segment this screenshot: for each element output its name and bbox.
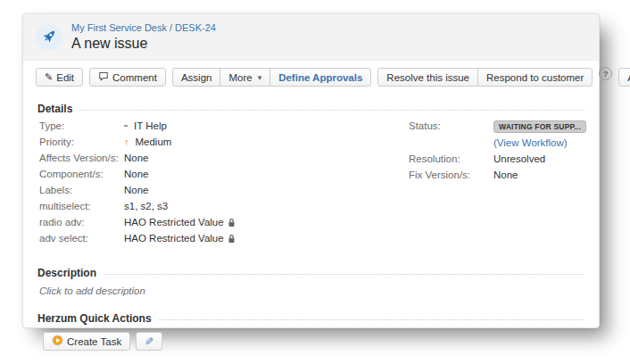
details-right-column: Status: WAITING FOR SUPP... (View Workfl… xyxy=(407,120,586,249)
header-text: My First Service Desk/DESK-24 A new issu… xyxy=(71,22,216,54)
issue-title: A new issue xyxy=(71,35,216,53)
resolve-issue-label: Resolve this issue xyxy=(386,72,469,83)
field-value: IT Help xyxy=(124,120,167,131)
rocket-icon xyxy=(41,28,58,48)
quick-actions-heading: Herzum Quick Actions xyxy=(37,312,152,325)
field-label: radio adv: xyxy=(37,217,124,228)
field-value: HAO Restricted Value xyxy=(124,217,236,228)
lock-icon xyxy=(228,234,236,244)
description-placeholder[interactable]: Click to add description xyxy=(39,285,584,296)
field-row-adv-select: adv select: HAO Restricted Value xyxy=(37,233,407,244)
field-label: Priority: xyxy=(37,136,124,147)
field-row-type: Type: IT Help xyxy=(37,120,407,132)
quick-actions-buttons: Create Task ✎ xyxy=(43,332,584,351)
details-heading: Details xyxy=(37,103,72,115)
workflow-button-group: Assign More ▾ Define Approvals xyxy=(172,68,371,87)
field-row-components: Component/s: None xyxy=(37,169,407,180)
issue-header: My First Service Desk/DESK-24 A new issu… xyxy=(23,14,599,61)
chevron-down-icon: ▾ xyxy=(258,73,262,82)
resolution-value: Unresolved xyxy=(493,153,545,164)
details-section-header: Details xyxy=(37,103,584,115)
field-label: multiselect: xyxy=(37,201,124,211)
type-value: IT Help xyxy=(134,120,167,131)
toolbar: ✎ Edit Comment Assign More ▾ Define Appr… xyxy=(23,61,599,92)
respond-to-customer-label: Respond to customer xyxy=(486,72,584,83)
breadcrumb-project-link[interactable]: My First Service Desk xyxy=(71,22,167,33)
more-dropdown-button[interactable]: More ▾ xyxy=(220,68,270,87)
radio-adv-value: HAO Restricted Value xyxy=(124,217,224,228)
field-label: Type: xyxy=(37,120,124,131)
define-approvals-label: Define Approvals xyxy=(278,72,362,83)
issue-content: Details Type: IT Help Priority: ↑ Medium xyxy=(23,92,599,351)
field-label: Fix Version/s: xyxy=(407,170,493,180)
comment-bubble-icon xyxy=(98,71,109,84)
section-divider xyxy=(159,319,584,320)
breadcrumb: My First Service Desk/DESK-24 xyxy=(71,22,216,35)
field-row-fix-versions: Fix Version/s: None xyxy=(407,170,586,181)
field-label: Status: xyxy=(407,120,493,131)
field-label: Resolution: xyxy=(407,153,493,164)
field-label: Affects Version/s: xyxy=(37,153,124,163)
section-divider xyxy=(79,110,584,111)
admin-dropdown-button[interactable]: Admin ▾ xyxy=(618,68,630,87)
description-heading: Description xyxy=(37,267,96,279)
priority-value: Medium xyxy=(136,136,172,147)
more-button-label: More xyxy=(228,72,252,83)
field-label: Labels: xyxy=(37,185,124,195)
details-left-column: Type: IT Help Priority: ↑ Medium Affects… xyxy=(37,120,407,249)
field-row-radio-adv: radio adv: HAO Restricted Value xyxy=(37,217,407,228)
assign-button[interactable]: Assign xyxy=(172,68,221,87)
field-value: WAITING FOR SUPP... xyxy=(493,120,586,133)
field-row-affects-versions: Affects Version/s: None xyxy=(37,153,407,164)
issue-page: My First Service Desk/DESK-24 A new issu… xyxy=(22,13,600,328)
description-section-header: Description xyxy=(37,267,584,279)
edit-button-label: Edit xyxy=(56,72,74,83)
breadcrumb-separator: / xyxy=(170,22,172,33)
breadcrumb-issue-key-link[interactable]: DESK-24 xyxy=(175,22,216,33)
field-value: ↑ Medium xyxy=(124,136,171,147)
adv-select-value: HAO Restricted Value xyxy=(124,233,224,244)
quick-edit-button[interactable]: ✎ xyxy=(136,332,162,351)
field-row-multiselect: multiselect: s1, s2, s3 xyxy=(37,201,407,212)
edit-button[interactable]: ✎ Edit xyxy=(36,68,83,87)
field-label: Component/s: xyxy=(37,169,124,179)
labels-value: None xyxy=(124,185,149,195)
view-workflow-link[interactable]: (View Workflow) xyxy=(493,137,568,148)
field-label: adv select: xyxy=(37,233,124,244)
field-row-status: Status: WAITING FOR SUPP... xyxy=(407,120,586,133)
affects-versions-value: None xyxy=(124,153,149,163)
multiselect-value: s1, s2, s3 xyxy=(124,201,168,211)
help-icon[interactable]: ? xyxy=(599,67,612,80)
project-avatar xyxy=(36,24,62,51)
blue-pencil-icon: ✎ xyxy=(145,335,153,348)
pencil-icon: ✎ xyxy=(45,71,53,83)
field-value: HAO Restricted Value xyxy=(124,233,236,244)
quick-actions-section-header: Herzum Quick Actions xyxy=(37,312,584,325)
comment-button-label: Comment xyxy=(112,72,157,83)
lock-icon xyxy=(228,218,236,228)
status-badge: WAITING FOR SUPP... xyxy=(493,120,586,133)
section-divider xyxy=(104,274,584,275)
field-row-resolution: Resolution: Unresolved xyxy=(407,153,586,165)
assign-button-label: Assign xyxy=(181,72,212,83)
fix-versions-value: None xyxy=(493,170,518,180)
comment-button[interactable]: Comment xyxy=(89,68,166,87)
play-circle-icon xyxy=(52,335,63,348)
define-approvals-button[interactable]: Define Approvals xyxy=(269,68,371,87)
details-grid: Type: IT Help Priority: ↑ Medium Affects… xyxy=(37,120,584,249)
field-row-priority: Priority: ↑ Medium xyxy=(37,136,407,148)
priority-medium-icon: ↑ xyxy=(124,136,129,147)
field-row-view-workflow: (View Workflow) xyxy=(407,137,586,149)
resolve-issue-button[interactable]: Resolve this issue xyxy=(377,68,478,87)
field-row-labels: Labels: None xyxy=(37,185,407,196)
transition-button-group: Resolve this issue Respond to customer xyxy=(377,68,593,87)
create-task-button[interactable]: Create Task xyxy=(43,332,130,351)
issue-type-icon xyxy=(124,125,128,127)
components-value: None xyxy=(124,169,149,179)
respond-to-customer-button[interactable]: Respond to customer xyxy=(477,68,593,87)
create-task-label: Create Task xyxy=(67,336,121,347)
